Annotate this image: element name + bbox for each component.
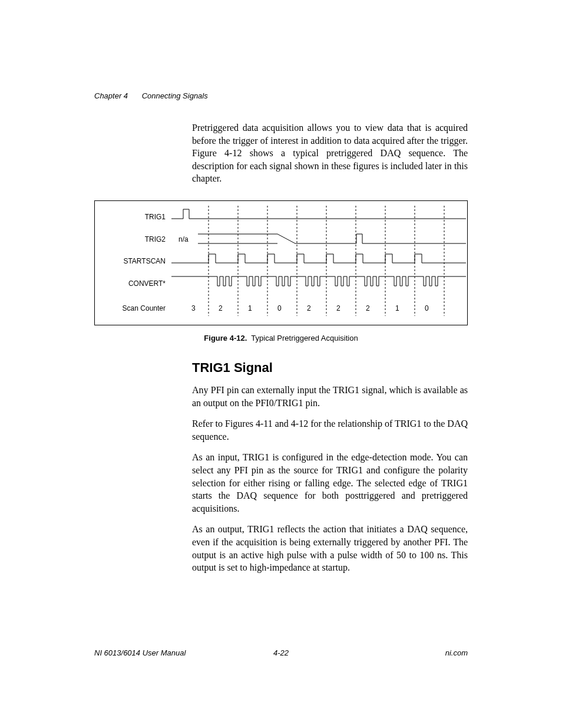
timing-diagram-svg (171, 201, 466, 325)
signal-label-trig1: TRIG1 (101, 213, 166, 221)
scan-counter-value: 1 (395, 304, 399, 312)
figure-caption-number: Figure 4-12. (204, 334, 247, 342)
chapter-title: Connecting Signals (142, 91, 208, 100)
signal-label-trig2: TRIG2 (101, 235, 166, 243)
section-heading: TRIG1 Signal (192, 360, 468, 375)
scan-counter-value: 3 (191, 304, 196, 312)
scan-counter-value: 0 (425, 304, 429, 312)
body-paragraph: As an output, TRIG1 reflects the action … (192, 523, 468, 574)
scan-counter-value: 2 (366, 304, 370, 312)
signal-label-startscan: STARTSCAN (101, 257, 166, 265)
scan-counter-value: 2 (336, 304, 340, 312)
scan-counter-value: 2 (219, 304, 223, 312)
body-paragraph: Refer to Figures 4-11 and 4-12 for the r… (192, 417, 468, 443)
page-footer: NI 6013/6014 User Manual 4-22 ni.com (94, 648, 468, 657)
scan-counter-value: 0 (277, 304, 282, 312)
intro-paragraph: Pretriggered data acquisition allows you… (192, 121, 468, 185)
running-header: Chapter 4 Connecting Signals (94, 91, 468, 100)
scan-counter-value: 1 (248, 304, 252, 312)
scan-counter-value: 2 (307, 304, 311, 312)
body-paragraph: Any PFI pin can externally input the TRI… (192, 384, 468, 409)
page: Chapter 4 Connecting Signals Pretriggere… (0, 0, 562, 728)
footer-page-number: 4-22 (94, 648, 468, 657)
signal-label-scan-counter: Scan Counter (101, 304, 166, 312)
figure-caption: Figure 4-12. Typical Pretriggered Acquis… (94, 334, 468, 342)
chapter-number: Chapter 4 (94, 91, 128, 100)
signal-label-convert: CONVERT* (101, 279, 166, 288)
body-paragraph: As an input, TRIG1 is configured in the … (192, 451, 468, 515)
figure-timing-diagram: TRIG1 TRIG2 STARTSCAN CONVERT* Scan Coun… (94, 200, 468, 325)
figure-caption-text: Typical Pretriggered Acquisition (251, 334, 358, 342)
